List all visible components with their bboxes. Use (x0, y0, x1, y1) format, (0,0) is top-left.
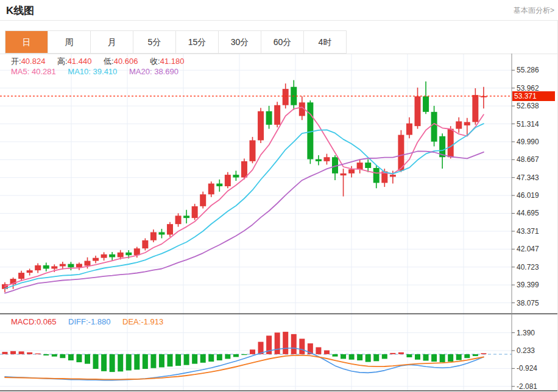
macd-bar (118, 354, 123, 371)
candle-body (357, 163, 363, 169)
macd-bar (19, 351, 24, 354)
candle-body (51, 266, 57, 268)
macd-bar (52, 354, 57, 357)
open-value: 40.824 (21, 57, 46, 66)
macd-bar (200, 354, 206, 363)
header-divider (0, 20, 558, 21)
axis-label: 42.047 (517, 245, 539, 253)
tab-30min[interactable]: 30分 (219, 31, 261, 53)
macd-bar (150, 354, 156, 368)
dea-label: DEA: (122, 317, 141, 326)
candle-body (101, 254, 107, 258)
candle-body (125, 253, 132, 255)
macd-bar (431, 354, 437, 362)
macd-bar (398, 352, 404, 354)
candle-body (93, 258, 99, 261)
axis-label: 46.019 (517, 192, 539, 199)
macd-label: MACD: (11, 317, 37, 326)
tab-5min[interactable]: 5分 (133, 31, 176, 53)
series-line (5, 124, 484, 289)
candle-body (18, 273, 24, 279)
main-chart-canvas[interactable] (0, 54, 558, 392)
axis-label: 49.990 (517, 138, 539, 145)
ma5-value: 40.281 (32, 67, 56, 76)
macd-bar (126, 354, 132, 371)
candle-body (167, 224, 173, 234)
candle-body (266, 111, 272, 125)
candle-body (307, 102, 313, 159)
candle-body (274, 105, 280, 125)
macd-bar (415, 354, 420, 360)
axis-label: 47.343 (517, 174, 539, 181)
tab-60min[interactable]: 60分 (261, 31, 304, 53)
low-value: 40.606 (114, 57, 138, 66)
macd-bar (10, 351, 16, 354)
ma20-value: 38.690 (154, 67, 178, 76)
candle-body (448, 129, 454, 158)
axis-label: 51.314 (517, 121, 539, 128)
tab-15min[interactable]: 15分 (176, 31, 219, 53)
macd-bar (217, 354, 222, 360)
diff-label: DIFF: (68, 317, 88, 326)
candle-body (250, 140, 256, 161)
candle-body (142, 240, 148, 248)
candle-body (373, 168, 380, 183)
low-label: 低: (104, 57, 114, 66)
candle-body (68, 264, 74, 268)
candle-body (341, 173, 347, 175)
tab-day[interactable]: 日 (5, 31, 48, 53)
macd-bar (423, 354, 429, 361)
ma20-label: MA20: (129, 67, 152, 76)
tab-week[interactable]: 周 (48, 31, 91, 53)
ohlc-legend: 开:40.824 高:41.440 低:40.606 收:41.180 (11, 56, 194, 67)
macd-bar (60, 354, 65, 358)
page-title: K线图 (6, 4, 34, 18)
macd-bar (192, 354, 197, 364)
tab-4hour[interactable]: 4时 (304, 31, 346, 53)
macd-bar (85, 354, 90, 364)
macd-bar (382, 354, 387, 359)
macd-bar (473, 354, 478, 356)
ma10-label: MA10: (68, 67, 91, 76)
ma5-label: MA5: (11, 67, 29, 76)
candle-body (60, 264, 66, 267)
macd-bar (341, 354, 346, 359)
macd-bar (241, 354, 247, 355)
macd-legend: MACD:0.065 DIFF:-1.880 DEA:-1.913 (11, 317, 173, 326)
tab-month[interactable]: 月 (91, 31, 133, 53)
axis-label: -2.081 (517, 383, 537, 390)
high-value: 41.440 (68, 57, 92, 66)
high-label: 高: (57, 57, 68, 66)
candle-body (415, 96, 421, 126)
macd-bar (481, 353, 486, 354)
candle-body (76, 264, 82, 267)
macd-bar (316, 347, 321, 354)
diff-value: -1.880 (88, 317, 111, 326)
candle-body (323, 157, 330, 161)
macd-bar (283, 332, 288, 354)
macd-bar (27, 352, 32, 354)
macd-bar (456, 354, 462, 360)
candle-body (241, 161, 247, 178)
candle-body (472, 95, 478, 122)
candle-body (158, 232, 164, 234)
macd-bar (184, 354, 189, 365)
axis-label: 43.371 (517, 228, 539, 235)
macd-bar (275, 332, 280, 354)
dea-value: -1.913 (141, 317, 163, 326)
close-label: 收: (150, 57, 160, 66)
macd-bar (68, 354, 74, 360)
macd-bar (175, 354, 181, 366)
candle-body (365, 163, 371, 168)
candle-body (208, 184, 214, 195)
macd-bar (448, 354, 453, 362)
candle-body (423, 96, 429, 112)
macd-bar (208, 354, 214, 362)
candle-body (192, 206, 198, 218)
fundamental-analysis-link[interactable]: 基本面分析> (514, 5, 554, 16)
candle-body (35, 265, 41, 270)
axis-label: 1.390 (517, 329, 535, 337)
kline-widget: K线图 基本面分析> 日 周 月 5分 15分 30分 60分 4时 开:40.… (0, 0, 558, 392)
macd-bar (373, 354, 379, 361)
candle-body (258, 111, 264, 141)
